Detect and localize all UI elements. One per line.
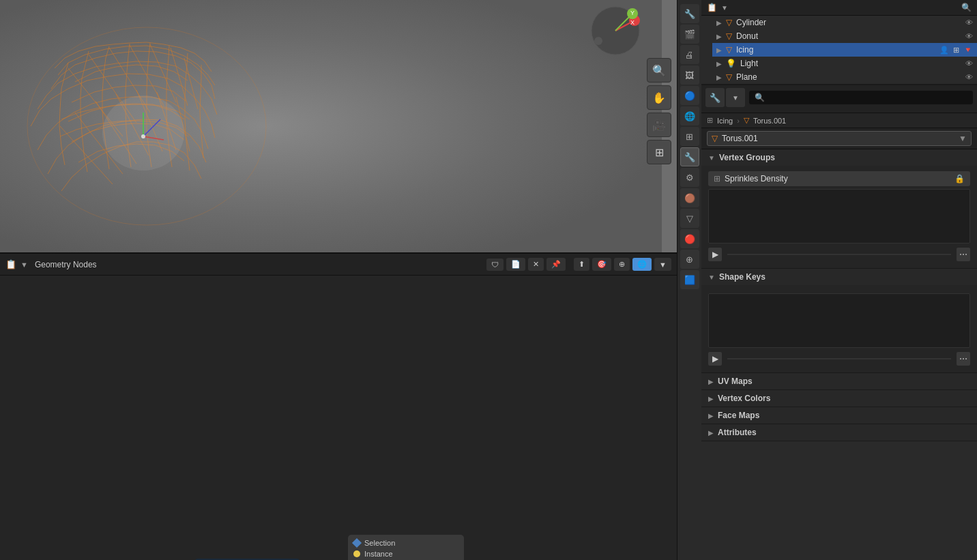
vg-lock-icon[interactable]: 🔒 xyxy=(954,174,965,183)
section-shape-keys-header[interactable]: ▼ Shape Keys xyxy=(701,269,977,285)
nav-gizmo-x-label: X xyxy=(630,19,635,26)
dropdown-arrow[interactable]: ▼ xyxy=(20,261,28,269)
props-icon-constraints[interactable]: ⊕ xyxy=(680,250,699,269)
plane-name: Plane xyxy=(736,72,961,82)
props-icon-object-data[interactable]: 🟦 xyxy=(680,270,699,289)
ph-icon-0[interactable]: 🔧 xyxy=(705,88,725,107)
props-search-input[interactable] xyxy=(768,93,967,102)
plane-icon: ▽ xyxy=(726,72,732,82)
geo-upload-btn[interactable]: ⬆ xyxy=(574,258,589,271)
sk-title: Shape Keys xyxy=(719,272,765,282)
viewport-camera-btn[interactable]: 🎥 xyxy=(647,113,671,137)
attr-arrow: ▶ xyxy=(708,429,714,437)
geo-dropdown-btn[interactable]: ▼ xyxy=(654,258,671,271)
svg-point-20 xyxy=(141,134,145,138)
geo-nodes-header: 📋 ▼ Geometry Nodes 🛡 📄 ✕ 📌 ⬆ 🎯 ⊕ 🌐 ▼ xyxy=(0,254,677,276)
nav-gizmo-y-label: Y xyxy=(630,10,635,16)
icing-icon: ▽ xyxy=(726,45,732,55)
props-icon-physics[interactable]: 🟤 xyxy=(680,188,699,207)
props-header-area: 🔧 ▼ 🔍 xyxy=(701,85,977,113)
props-icon-modifier[interactable]: 🔧 xyxy=(680,147,699,166)
icing-grid-icon: ⊞ xyxy=(953,46,959,55)
section-vertex-groups: ▼ Vertex Groups ⊞ Sprinkles Density 🔒 ▶ … xyxy=(701,149,977,269)
node-wires xyxy=(0,276,677,560)
outliner-item-light[interactable]: ▶ 💡 Light 👁 xyxy=(712,57,977,70)
section-vc-header[interactable]: ▶ Vertex Colors xyxy=(701,390,977,407)
db-icon: ▽ xyxy=(712,134,718,143)
donut-arrow: ▶ xyxy=(716,33,722,40)
outliner-item-plane[interactable]: ▶ ▽ Plane 👁 xyxy=(712,70,977,84)
props-icon-material[interactable]: 🔴 xyxy=(680,229,699,248)
breadcrumb: ⊞ Icing › ▽ Torus.001 xyxy=(701,113,977,128)
outliner-item-icing[interactable]: ▶ ▽ Icing 👤 ⊞ 🔻 xyxy=(712,43,977,57)
iop-selection-label: Selection xyxy=(364,539,395,547)
geo-target-btn[interactable]: 🎯 xyxy=(592,258,611,271)
vg-progress-bar xyxy=(727,254,951,255)
sk-controls: ▶ ⋯ xyxy=(708,351,970,367)
data-block-dropdown[interactable]: ▽ Torus.001 ▼ xyxy=(707,131,972,146)
donut-name: Donut xyxy=(736,31,961,41)
props-icons-sidebar: 🔧 🎬 🖨 🖼 🔵 🌐 ⊞ 🔧 ⚙ 🟤 ▽ 🔴 ⊕ 🟦 xyxy=(677,0,701,560)
outliner-search-icon[interactable]: 🔍 xyxy=(961,3,972,12)
nav-gizmo[interactable]: X Y xyxy=(588,3,643,60)
vg-list-area xyxy=(708,189,970,244)
geo-add-btn[interactable]: ⊕ xyxy=(614,258,630,271)
ph-icon-dropdown[interactable]: ▼ xyxy=(726,88,745,107)
outliner-item-donut[interactable]: ▶ ▽ Donut 👁 xyxy=(712,29,977,43)
outliner-list: ▶ ▽ Cylinder 👁 ▶ ▽ Donut 👁 ▶ xyxy=(701,16,977,84)
light-arrow: ▶ xyxy=(716,60,722,68)
props-icon-output[interactable]: 🖨 xyxy=(680,45,699,64)
cylinder-icon: ▽ xyxy=(726,18,732,27)
props-icon-mesh[interactable]: ▽ xyxy=(680,209,699,228)
props-icon-object[interactable]: ⊞ xyxy=(680,127,699,146)
section-attr-header[interactable]: ▶ Attributes xyxy=(701,424,977,441)
sk-content: ▶ ⋯ xyxy=(701,285,977,372)
sk-progress-bar xyxy=(727,358,951,359)
data-block-selector: ▽ Torus.001 ▼ xyxy=(701,128,977,149)
outliner-item-cylinder[interactable]: ▶ ▽ Cylinder 👁 xyxy=(712,16,977,29)
fm-arrow: ▶ xyxy=(708,412,714,419)
props-icon-scene[interactable]: 🔵 xyxy=(680,86,699,105)
cylinder-name: Cylinder xyxy=(736,18,961,27)
viewport-grid-btn[interactable]: ⊞ xyxy=(647,140,671,164)
attr-title: Attributes xyxy=(718,428,757,437)
icing-filter-icon: 🔻 xyxy=(963,46,973,55)
viewport[interactable]: X Y 🔍 ✋ 🎥 ⊞ xyxy=(0,0,677,252)
sk-collapse-arrow: ▼ xyxy=(708,274,715,281)
props-icon-tools[interactable]: 🔧 xyxy=(680,4,699,23)
geo-nodes-title: Geometry Nodes xyxy=(35,260,97,269)
viewport-zoom-btn[interactable]: 🔍 xyxy=(647,58,671,83)
main-layout: X Y 🔍 ✋ 🎥 ⊞ xyxy=(0,0,977,560)
geo-nodes-header-icon: 📋 xyxy=(5,259,16,269)
geo-copy-btn[interactable]: 📄 xyxy=(506,258,525,271)
vg-dots-btn[interactable]: ⋯ xyxy=(957,248,970,261)
sk-dots-btn[interactable]: ⋯ xyxy=(957,352,970,366)
geo-shield-btn[interactable]: 🛡 xyxy=(486,259,504,271)
bc-obj-name: Icing xyxy=(717,117,733,125)
vg-controls: ▶ ⋯ xyxy=(708,246,970,263)
viewport-hand-btn[interactable]: ✋ xyxy=(647,85,671,110)
geo-nodes-canvas[interactable]: ▼ Random Rotation Random Mesh xyxy=(0,276,677,560)
props-icon-view[interactable]: 🖼 xyxy=(680,65,699,85)
geo-pin-btn[interactable]: 📌 xyxy=(546,258,566,271)
light-name: Light xyxy=(740,59,961,68)
props-icon-world[interactable]: 🌐 xyxy=(680,106,699,126)
icing-arrow: ▶ xyxy=(716,46,722,54)
section-fm-header[interactable]: ▶ Face Maps xyxy=(701,407,977,424)
icing-user-icon: 👤 xyxy=(939,46,949,55)
uv-arrow: ▶ xyxy=(708,378,714,385)
vg-play-btn[interactable]: ▶ xyxy=(708,248,722,261)
outliner-header: 📋 ▼ 🔍 xyxy=(701,0,977,16)
props-icon-render[interactable]: 🎬 xyxy=(680,25,699,44)
section-attributes: ▶ Attributes xyxy=(701,424,977,441)
sk-play-btn[interactable]: ▶ xyxy=(708,352,722,366)
section-vertex-groups-header[interactable]: ▼ Vertex Groups xyxy=(701,149,977,166)
outliner-dropdown-btn[interactable]: ▼ xyxy=(721,4,728,12)
vg-name-input[interactable]: Sprinkles Density xyxy=(725,174,950,183)
plane-arrow: ▶ xyxy=(716,74,722,81)
section-uv-header[interactable]: ▶ UV Maps xyxy=(701,373,977,389)
geo-sphere-btn[interactable]: 🌐 xyxy=(632,258,652,271)
props-icon-particles[interactable]: ⚙ xyxy=(680,168,699,187)
geo-close-btn[interactable]: ✕ xyxy=(528,258,544,271)
vg-collapse-arrow: ▼ xyxy=(708,154,715,162)
